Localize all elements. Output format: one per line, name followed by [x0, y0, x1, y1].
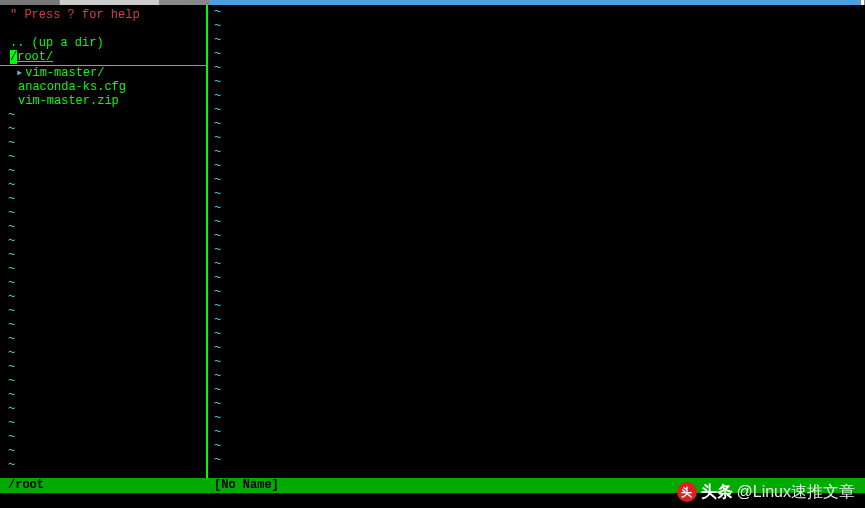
- tilde-line: ~: [0, 318, 206, 332]
- tilde-line: ~: [208, 75, 865, 89]
- tilde-line: ~: [0, 388, 206, 402]
- tilde-line: ~: [208, 369, 865, 383]
- tilde-line: ~: [208, 187, 865, 201]
- tilde-line: ~: [208, 425, 865, 439]
- tilde-line: ~: [208, 131, 865, 145]
- nerdtree-item-file[interactable]: vim-master.zip: [0, 94, 206, 108]
- tilde-line: ~: [208, 159, 865, 173]
- tilde-line: ~: [208, 285, 865, 299]
- watermark-logo-icon: 头: [677, 482, 697, 502]
- tilde-line: ~: [0, 220, 206, 234]
- tilde-line: ~: [208, 47, 865, 61]
- tilde-line: ~: [0, 192, 206, 206]
- tilde-line: ~: [208, 243, 865, 257]
- tilde-line: ~: [208, 257, 865, 271]
- tilde-line: ~: [0, 416, 206, 430]
- tilde-line: ~: [0, 290, 206, 304]
- nerdtree-item-dir[interactable]: ▸vim-master/: [0, 66, 206, 80]
- tilde-line: ~: [208, 61, 865, 75]
- tilde-line: ~: [208, 299, 865, 313]
- tilde-line: ~: [0, 402, 206, 416]
- nerdtree-help: " Press ? for help: [0, 5, 206, 22]
- tilde-line: ~: [208, 453, 865, 467]
- tree-item-name: anaconda-ks.cfg: [18, 80, 126, 94]
- tilde-line: ~: [208, 215, 865, 229]
- nerdtree-item-file[interactable]: anaconda-ks.cfg: [0, 80, 206, 94]
- tilde-line: ~: [0, 374, 206, 388]
- tilde-line: ~: [208, 145, 865, 159]
- help-text: Press ? for help: [17, 8, 139, 22]
- tilde-line: ~: [208, 355, 865, 369]
- tilde-line: ~: [0, 332, 206, 346]
- tilde-line: ~: [208, 271, 865, 285]
- tree-arrow-icon: ▸: [16, 66, 23, 80]
- nerdtree-pane[interactable]: " Press ? for help .. (up a dir) /root/ …: [0, 5, 208, 478]
- tilde-line: ~: [0, 276, 206, 290]
- tilde-line: ~: [0, 262, 206, 276]
- vim-main: " Press ? for help .. (up a dir) /root/ …: [0, 5, 865, 478]
- tilde-line: ~: [208, 383, 865, 397]
- nerdtree-root[interactable]: /root/: [0, 50, 206, 66]
- tilde-line: ~: [208, 327, 865, 341]
- tilde-line: ~: [208, 439, 865, 453]
- status-left: /root: [0, 478, 208, 493]
- tilde-line: ~: [208, 173, 865, 187]
- watermark-handle: @Linux速推文章: [737, 485, 856, 499]
- tilde-line: ~: [208, 103, 865, 117]
- tilde-line: ~: [208, 89, 865, 103]
- tilde-line: ~: [208, 201, 865, 215]
- tilde-line: ~: [208, 117, 865, 131]
- watermark: 头 头条 @Linux速推文章: [677, 482, 856, 502]
- tilde-line: ~: [0, 178, 206, 192]
- tilde-line: ~: [208, 19, 865, 33]
- tilde-line: ~: [0, 346, 206, 360]
- nerdtree-updir[interactable]: .. (up a dir): [0, 36, 206, 50]
- tilde-line: ~: [208, 313, 865, 327]
- tilde-line: ~: [208, 341, 865, 355]
- tilde-line: ~: [0, 136, 206, 150]
- tilde-line: ~: [0, 234, 206, 248]
- editor-pane[interactable]: ~~~~~~~~~~~~~~~~~~~~~~~~~~~~~~~~~: [208, 5, 865, 478]
- tilde-line: ~: [0, 150, 206, 164]
- tilde-line: ~: [208, 411, 865, 425]
- tilde-line: ~: [0, 304, 206, 318]
- tilde-line: ~: [0, 360, 206, 374]
- tilde-line: ~: [0, 444, 206, 458]
- tilde-line: ~: [0, 430, 206, 444]
- tilde-line: ~: [208, 229, 865, 243]
- tilde-line: ~: [0, 108, 206, 122]
- tilde-line: ~: [0, 458, 206, 472]
- tree-item-name: vim-master.zip: [18, 94, 119, 108]
- tilde-line: ~: [208, 33, 865, 47]
- watermark-brand: 头条: [701, 485, 733, 499]
- tilde-line: ~: [208, 397, 865, 411]
- tilde-line: ~: [0, 206, 206, 220]
- tilde-line: ~: [0, 164, 206, 178]
- tilde-line: ~: [208, 5, 865, 19]
- tilde-line: ~: [0, 122, 206, 136]
- tilde-line: ~: [0, 248, 206, 262]
- tree-item-name: vim-master/: [25, 66, 104, 80]
- root-path: root/: [17, 50, 53, 64]
